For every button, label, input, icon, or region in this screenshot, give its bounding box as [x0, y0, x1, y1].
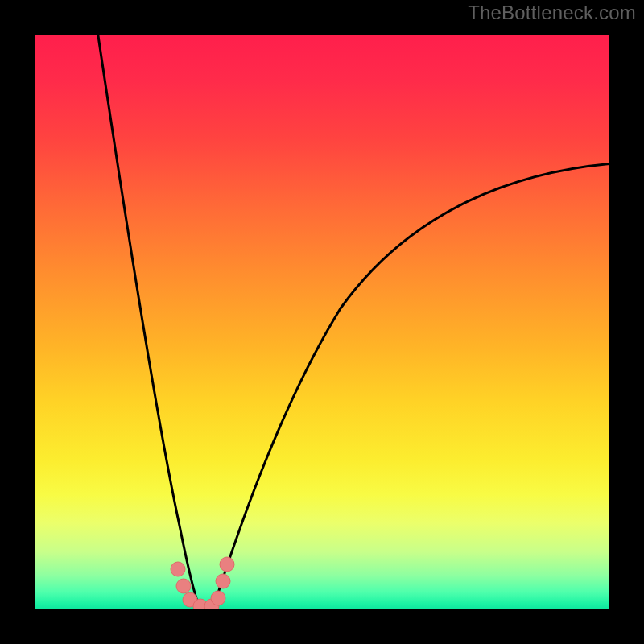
watermark-text: TheBottleneck.com [468, 2, 636, 24]
data-marker [216, 574, 230, 588]
curve-right [213, 163, 609, 608]
data-marker [211, 591, 225, 605]
marker-group [171, 557, 234, 609]
plot-area [35, 35, 609, 609]
curve-left [97, 35, 200, 608]
data-marker [171, 562, 185, 576]
data-marker [176, 579, 191, 593]
chart-svg [35, 35, 609, 609]
data-marker [220, 557, 234, 572]
chart-frame: TheBottleneck.com [0, 0, 644, 644]
